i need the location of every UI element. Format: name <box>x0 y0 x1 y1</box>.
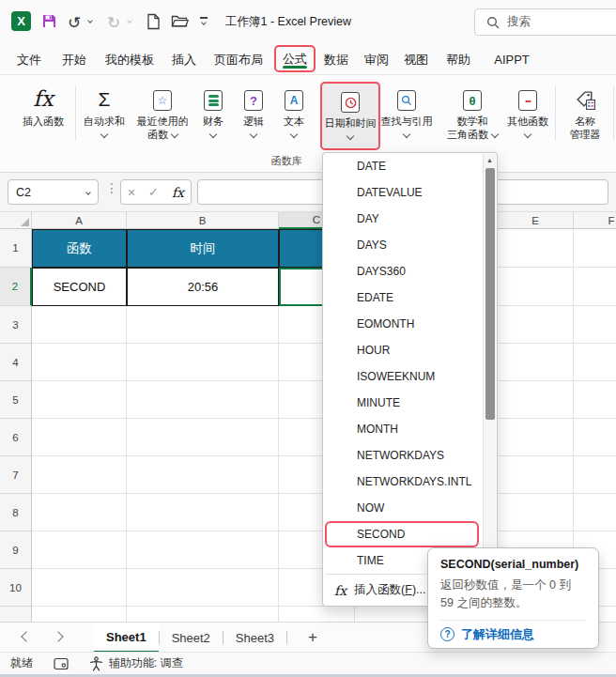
row-header-1[interactable]: 1 <box>0 229 32 268</box>
insert-function-fx-icon[interactable]: fx <box>172 185 184 200</box>
menu-item-EDATE[interactable]: EDATE <box>323 285 483 311</box>
name-box[interactable]: C2 <box>8 179 99 205</box>
cell-B5[interactable] <box>127 381 279 419</box>
ribbon-button-math-trig[interactable]: θ 数学和 三角函数 <box>439 83 506 150</box>
cell-F2[interactable] <box>574 268 616 306</box>
next-sheet-icon[interactable] <box>53 631 63 641</box>
cell-B7[interactable] <box>127 456 279 494</box>
cancel-entry-icon[interactable]: × <box>128 185 135 200</box>
menu-item-DAY[interactable]: DAY <box>323 206 483 232</box>
menu-tab-8[interactable]: 视图 <box>404 44 428 75</box>
menu-tab-7[interactable]: 审阅 <box>364 44 389 75</box>
ribbon-button-logical[interactable]: ? 逻辑 <box>234 83 273 150</box>
undo-icon[interactable]: ↺ <box>68 13 81 33</box>
menu-item-NETWORKDAYS.INTL[interactable]: NETWORKDAYS.INTL <box>323 469 483 495</box>
cell-B8[interactable] <box>127 494 279 531</box>
accessibility-icon[interactable] <box>89 656 103 671</box>
menu-item-MINUTE[interactable]: MINUTE <box>323 390 483 416</box>
cell-A8[interactable] <box>32 494 127 531</box>
cell-B10[interactable] <box>127 569 279 607</box>
menu-item-HOUR[interactable]: HOUR <box>323 337 483 363</box>
menu-item-DATE[interactable]: DATE <box>323 153 483 179</box>
row-header-4[interactable]: 4 <box>0 344 32 381</box>
menu-tab-9[interactable]: 帮助 <box>446 44 470 75</box>
row-header-7[interactable]: 7 <box>0 456 32 494</box>
cell-F3[interactable] <box>574 306 616 344</box>
menu-tab-0[interactable]: 文件 <box>17 44 41 75</box>
scrollbar-thumb[interactable] <box>485 168 495 420</box>
undo-chevron-icon[interactable] <box>88 19 92 23</box>
cell-E5[interactable] <box>498 381 574 419</box>
column-header-B[interactable]: B <box>127 212 279 229</box>
scroll-up-icon[interactable]: ▲ <box>484 157 496 163</box>
ribbon-button-insert-function[interactable]: fx 插入函数 <box>8 83 79 150</box>
confirm-entry-icon[interactable]: ✓ <box>148 185 159 199</box>
row-header-6[interactable]: 6 <box>0 419 32 456</box>
cell-E2[interactable] <box>498 268 574 306</box>
menu-item-NETWORKDAYS[interactable]: NETWORKDAYS <box>323 442 483 469</box>
row-header-10[interactable]: 10 <box>0 569 32 607</box>
new-document-icon[interactable] <box>146 13 161 30</box>
ribbon-button-text[interactable]: A 文本 <box>274 83 314 150</box>
menu-item-DAYS[interactable]: DAYS <box>323 232 483 258</box>
cell-F4[interactable] <box>574 344 616 381</box>
ribbon-button-more-functions[interactable]: ••• 其他函数 <box>503 83 552 150</box>
cell-A6[interactable] <box>32 419 127 456</box>
cell-E8[interactable] <box>498 494 574 531</box>
cell-A11[interactable] <box>32 607 127 622</box>
cell-A2[interactable]: SECOND <box>32 268 127 306</box>
sheet-tab-Sheet1[interactable]: Sheet1 <box>94 623 159 653</box>
select-all-corner[interactable] <box>0 212 32 229</box>
menu-tab-1[interactable]: 开始 <box>62 44 86 75</box>
ribbon-button-name-manager[interactable]: 名称 管理器 <box>557 83 613 150</box>
cell-B6[interactable] <box>127 419 279 456</box>
cell-A3[interactable] <box>32 306 127 344</box>
column-header-A[interactable]: A <box>32 212 127 229</box>
cell-C11[interactable] <box>279 607 355 622</box>
menu-item-DAYS360[interactable]: DAYS360 <box>323 258 483 285</box>
row-header-9[interactable]: 9 <box>0 531 32 569</box>
ribbon-button-autosum[interactable]: Σ 自动求和 <box>79 83 130 150</box>
learn-more-link[interactable]: ? 了解详细信息 <box>440 626 586 643</box>
cell-B9[interactable] <box>127 531 279 569</box>
search-input[interactable]: 搜索 <box>474 8 616 36</box>
row-header-r11[interactable] <box>0 607 32 622</box>
menu-tab-5[interactable]: 公式 <box>274 45 316 72</box>
row-header-2[interactable]: 2 <box>0 268 32 306</box>
save-icon[interactable] <box>41 13 57 29</box>
column-header-F[interactable]: F <box>574 212 616 229</box>
menu-item-DATEVALUE[interactable]: DATEVALUE <box>323 179 483 206</box>
cell-E6[interactable] <box>498 419 574 456</box>
menu-tab-2[interactable]: 我的模板 <box>105 44 154 75</box>
row-header-3[interactable]: 3 <box>0 306 32 344</box>
cell-B4[interactable] <box>127 344 279 381</box>
row-header-5[interactable]: 5 <box>0 381 32 419</box>
cell-A4[interactable] <box>32 344 127 381</box>
previous-sheet-icon[interactable] <box>21 631 31 641</box>
cell-F8[interactable] <box>574 494 616 531</box>
menu-item-MONTH[interactable]: MONTH <box>323 416 483 442</box>
cell-F6[interactable] <box>574 419 616 456</box>
ribbon-button-recent-functions[interactable]: ☆ 最近使用的 函数 <box>131 83 193 150</box>
sheet-tab-Sheet3[interactable]: Sheet3 <box>223 623 286 653</box>
menu-tab-6[interactable]: 数据 <box>324 44 348 75</box>
menu-tab-10[interactable]: AIPPT <box>494 44 530 75</box>
cell-A5[interactable] <box>32 381 127 419</box>
add-sheet-button[interactable]: + <box>287 628 338 647</box>
ribbon-button-date-time[interactable]: 日期和时间 <box>320 82 380 150</box>
cell-F1[interactable] <box>574 229 616 268</box>
cell-F7[interactable] <box>574 456 616 494</box>
menu-tab-4[interactable]: 页面布局 <box>214 44 263 75</box>
cell-B1[interactable]: 时间 <box>127 229 279 268</box>
cell-E3[interactable] <box>498 306 574 344</box>
cell-A10[interactable] <box>32 569 127 607</box>
menu-tab-3[interactable]: 插入 <box>172 44 196 75</box>
cell-A7[interactable] <box>32 456 127 494</box>
ribbon-button-lookup-reference[interactable]: 查找与引用 <box>379 83 434 150</box>
sheet-tab-Sheet2[interactable]: Sheet2 <box>160 623 223 653</box>
cell-A1[interactable]: 函数 <box>32 229 127 268</box>
menu-item-NOW[interactable]: NOW <box>323 495 483 521</box>
macro-record-icon[interactable] <box>54 657 69 670</box>
cell-E1[interactable] <box>498 229 574 268</box>
ribbon-button-financial[interactable]: 财务 <box>193 83 233 150</box>
